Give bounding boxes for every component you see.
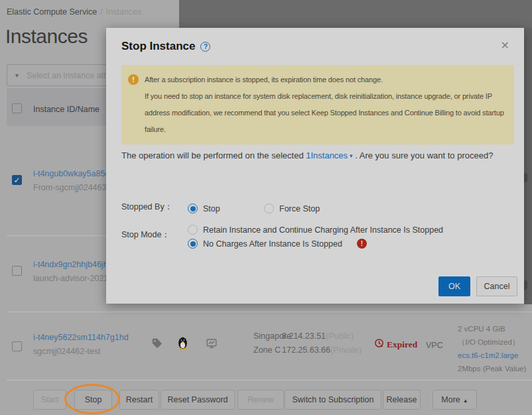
- tag-icon[interactable]: [151, 337, 163, 351]
- start-button[interactable]: Start: [33, 390, 66, 410]
- confirmation-text-before: The operation will be performed on the s…: [121, 150, 306, 160]
- radio-option-no-charges[interactable]: No Charges After Instance Is Stopped !: [188, 237, 443, 251]
- private-ip: 172.25.63.66: [282, 345, 330, 355]
- stopped-by-label: Stopped By：: [121, 202, 188, 213]
- public-ip: 8.214.23.51: [282, 331, 326, 341]
- row3-instance-name: sgcmjj024462-test: [33, 347, 100, 356]
- cancel-button[interactable]: Cancel: [476, 276, 517, 296]
- status-text: Expired: [387, 339, 417, 350]
- row2-instance-id-link[interactable]: i-t4ndx9gn2hhjb46jhj: [33, 260, 109, 269]
- ok-button[interactable]: OK: [438, 276, 470, 296]
- dialog-header: Stop Instance ?: [121, 40, 210, 53]
- confirmation-text: The operation will be performed on the s…: [121, 147, 514, 165]
- reset-password-button[interactable]: Reset Password: [161, 390, 235, 410]
- radio-stop[interactable]: [188, 204, 198, 213]
- dialog-title: Stop Instance: [121, 40, 195, 53]
- stop-instance-dialog: Stop Instance ? ✕ ! After a subscription…: [106, 28, 524, 304]
- config-bandwidth: 2Mbps (Peak Value): [458, 362, 532, 375]
- switch-to-subscription-button[interactable]: Switch to Subscription: [285, 390, 381, 410]
- expired-clock-icon: [374, 338, 384, 351]
- dialog-footer: OK Cancel: [438, 276, 517, 296]
- modal-backdrop-right: [524, 28, 532, 304]
- warning-icon: !: [128, 74, 139, 85]
- public-ip-suffix: (Public): [326, 331, 354, 341]
- more-button-label: More: [441, 395, 460, 404]
- row3-config-cell: 2 vCPU 4 GiB （I/O Optimized） ecs.t6-c1m2…: [458, 322, 532, 375]
- chevron-down-icon: ▾: [15, 72, 19, 79]
- row3-instance-id-link[interactable]: i-t4ney5622sm114h7g1hd: [33, 333, 129, 342]
- confirmation-text-after: . Are you sure you want to proceed?: [353, 150, 494, 160]
- modal-backdrop-top: [179, 0, 532, 29]
- annotation-ellipse: [64, 384, 120, 414]
- row3-checkbox[interactable]: [12, 341, 22, 351]
- selected-instances-link[interactable]: 1Instances▾: [306, 150, 352, 160]
- radio-retain-instance[interactable]: [188, 225, 198, 235]
- caret-up-icon: ▲: [463, 398, 468, 404]
- radio-option-force-stop[interactable]: Force Stop: [264, 202, 320, 215]
- warning-line-1: After a subscription instance is stopped…: [145, 72, 509, 88]
- breadcrumb: Elastic Compute Service/Instances: [7, 7, 141, 17]
- row-divider: [7, 380, 532, 381]
- config-io: （I/O Optimized）: [458, 335, 532, 349]
- radio-no-charges-label: No Charges After Instance Is Stopped: [203, 239, 342, 249]
- row3-ip-cell: 8.214.23.51(Public) 172.25.63.66(Private…: [282, 329, 362, 357]
- ecs-console-screen: Elastic Compute Service/Instances Instan…: [0, 0, 532, 415]
- restart-button[interactable]: Restart: [119, 390, 159, 410]
- radio-no-charges[interactable]: [188, 239, 198, 249]
- status-badge: Expired: [374, 338, 417, 351]
- renew-button[interactable]: Renew: [237, 390, 284, 410]
- release-button[interactable]: Release: [383, 390, 421, 410]
- radio-option-stop[interactable]: Stop: [188, 202, 264, 215]
- row1-instance-name: From-sgcmjj024463: [33, 183, 106, 192]
- radio-force-stop[interactable]: [264, 204, 274, 213]
- alert-icon: !: [357, 239, 367, 249]
- stop-mode-field: Stop Mode： Retain Instance and Continue …: [121, 223, 443, 251]
- config-cpu-mem: 2 vCPU 4 GiB: [458, 322, 532, 335]
- select-all-checkbox[interactable]: [12, 103, 22, 113]
- radio-option-retain[interactable]: Retain Instance and Continue Charging Af…: [188, 223, 443, 237]
- private-ip-suffix: (Private): [330, 345, 362, 355]
- close-icon[interactable]: ✕: [501, 39, 509, 52]
- filter-placeholder: Select an instance attrib: [27, 71, 115, 80]
- selected-instances-count: 1Instances: [306, 150, 348, 160]
- help-icon[interactable]: ?: [200, 42, 210, 52]
- radio-force-stop-label: Force Stop: [279, 204, 320, 213]
- linux-os-icon: [176, 336, 189, 353]
- radio-retain-label: Retain Instance and Continue Charging Af…: [203, 225, 443, 235]
- breadcrumb-separator: /: [100, 7, 102, 17]
- network-type-cell: VPC: [426, 339, 443, 353]
- radio-stop-label: Stop: [203, 204, 220, 213]
- row-divider: [7, 312, 532, 312]
- row2-checkbox[interactable]: [12, 266, 22, 276]
- warning-banner: ! After a subscription instance is stopp…: [121, 65, 514, 145]
- row1-checkbox[interactable]: ✓: [12, 175, 22, 185]
- breadcrumb-current: Instances: [106, 7, 142, 17]
- more-button[interactable]: More ▲: [432, 390, 477, 410]
- row2-instance-name: launch-advisor-20210: [33, 274, 113, 283]
- warning-line-2: If you need to stop an instance for syst…: [145, 88, 509, 138]
- stop-mode-label: Stop Mode：: [121, 229, 188, 241]
- breadcrumb-root[interactable]: Elastic Compute Service: [7, 7, 97, 17]
- monitoring-chart-icon[interactable]: [206, 337, 218, 352]
- page-title: Instances: [5, 25, 88, 48]
- chevron-down-icon: ▾: [350, 152, 353, 159]
- stopped-by-field: Stopped By： Stop Force Stop: [121, 202, 320, 215]
- column-header-instance: Instance ID/Name: [33, 105, 100, 114]
- instance-type-link[interactable]: ecs.t6-c1m2.large: [458, 349, 532, 362]
- row1-instance-id-link[interactable]: i-t4ngub0wkay5a85g2: [33, 169, 114, 178]
